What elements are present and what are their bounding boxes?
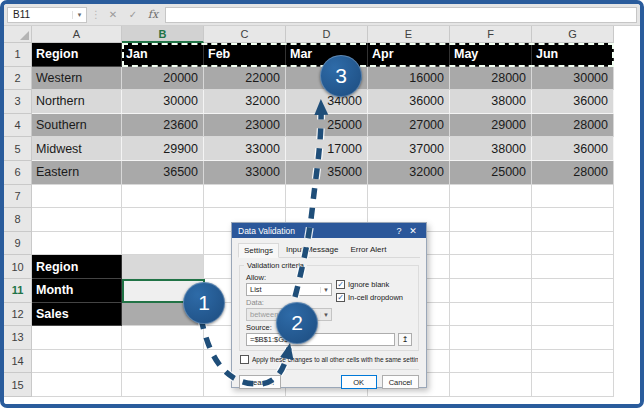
cell-B1[interactable]: Jan [122,43,204,67]
row-header-12[interactable]: 12 [4,303,32,327]
row-header-5[interactable]: 5 [4,137,32,161]
cell-G14[interactable] [532,350,614,374]
cell-G2[interactable]: 30000 [532,67,614,91]
select-all-button[interactable] [4,26,32,43]
row-header-10[interactable]: 10 [4,255,32,279]
cell-F11[interactable] [450,279,532,303]
cell-G15[interactable] [532,373,614,397]
source-input[interactable]: =$B$1:$G$1 [246,333,395,346]
ok-button[interactable]: OK [341,375,377,389]
cell-G10[interactable] [532,255,614,279]
cell-E4[interactable]: 27000 [368,114,450,138]
cell-B7[interactable] [122,185,204,209]
cell-C7[interactable] [204,185,286,209]
name-box-dropdown-icon[interactable]: ▾ [72,11,86,19]
col-header-E[interactable]: E [368,26,450,43]
cell-A11[interactable]: Month [32,279,122,303]
cell-G5[interactable]: 36000 [532,137,614,161]
row-header-14[interactable]: 14 [4,350,32,374]
tab-settings[interactable]: Settings [238,243,279,258]
cell-F7[interactable] [450,185,532,209]
row-header-1[interactable]: 1 [4,43,32,67]
cell-F1[interactable]: May [450,43,532,67]
cell-G3[interactable]: 36000 [532,90,614,114]
cell-B13[interactable] [122,326,204,350]
row-header-8[interactable]: 8 [4,208,32,232]
cell-G13[interactable] [532,326,614,350]
dialog-titlebar[interactable]: Data Validation ? ✕ [232,223,426,238]
cell-E1[interactable]: Apr [368,43,450,67]
col-header-G[interactable]: G [532,26,614,43]
cell-A2[interactable]: Western [32,67,122,91]
cell-C3[interactable]: 32000 [204,90,286,114]
cell-F8[interactable] [450,208,532,232]
cell-A3[interactable]: Northern [32,90,122,114]
tab-input-message[interactable]: Input Message [281,243,343,257]
cell-G1[interactable]: Jun [532,43,614,67]
cell-A7[interactable] [32,185,122,209]
cell-F3[interactable]: 38000 [450,90,532,114]
cell-B4[interactable]: 23600 [122,114,204,138]
cell-G6[interactable]: 28000 [532,161,614,185]
cell-D6[interactable]: 35000 [286,161,368,185]
cell-B9[interactable] [122,232,204,256]
help-icon[interactable]: ? [392,226,406,236]
cell-B8[interactable] [122,208,204,232]
tab-error-alert[interactable]: Error Alert [345,243,391,257]
cell-E5[interactable]: 37000 [368,137,450,161]
cell-F10[interactable] [450,255,532,279]
cell-B14[interactable] [122,350,204,374]
collapse-dialog-icon[interactable]: ↥ [398,333,412,346]
cell-C2[interactable]: 22000 [204,67,286,91]
row-header-7[interactable]: 7 [4,185,32,209]
checkbox-unchecked-icon[interactable] [240,355,249,364]
cell-A13[interactable] [32,326,122,350]
row-header-11[interactable]: 11 [4,279,32,303]
cell-B5[interactable]: 29900 [122,137,204,161]
row-header-3[interactable]: 3 [4,90,32,114]
cell-B15[interactable] [122,373,204,397]
cell-A5[interactable]: Midwest [32,137,122,161]
cell-G12[interactable] [532,303,614,327]
checkbox-checked-icon[interactable]: ✓ [336,293,345,302]
col-header-C[interactable]: C [204,26,286,43]
enter-icon[interactable]: ✓ [125,9,141,20]
ignore-blank-checkbox[interactable]: ✓ Ignore blank [336,280,403,289]
cell-E6[interactable]: 32000 [368,161,450,185]
cancel-icon[interactable]: ✕ [105,9,121,20]
cell-F13[interactable] [450,326,532,350]
name-box[interactable]: B11 ▾ [7,7,87,23]
cell-A9[interactable] [32,232,122,256]
cell-A10[interactable]: Region [32,255,122,279]
cell-F14[interactable] [450,350,532,374]
cell-G7[interactable] [532,185,614,209]
cell-B6[interactable]: 36500 [122,161,204,185]
cell-C6[interactable]: 33000 [204,161,286,185]
row-header-6[interactable]: 6 [4,161,32,185]
cell-A14[interactable] [32,350,122,374]
cell-D7[interactable] [286,185,368,209]
cell-E2[interactable]: 16000 [368,67,450,91]
formula-bar[interactable] [165,7,637,23]
cell-A4[interactable]: Southern [32,114,122,138]
row-header-15[interactable]: 15 [4,373,32,397]
cell-E3[interactable]: 36000 [368,90,450,114]
cell-G9[interactable] [532,232,614,256]
cell-A6[interactable]: Eastern [32,161,122,185]
insert-function-icon[interactable]: fx [145,8,161,21]
close-icon[interactable]: ✕ [406,226,420,236]
cell-A8[interactable] [32,208,122,232]
cell-F6[interactable]: 25000 [450,161,532,185]
cell-C1[interactable]: Feb [204,43,286,67]
row-header-2[interactable]: 2 [4,67,32,91]
cell-F5[interactable]: 38000 [450,137,532,161]
cell-F2[interactable]: 28000 [450,67,532,91]
cell-G4[interactable]: 28000 [532,114,614,138]
cell-G11[interactable] [532,279,614,303]
cell-B3[interactable]: 30000 [122,90,204,114]
cancel-button[interactable]: Cancel [382,375,419,389]
in-cell-dropdown-checkbox[interactable]: ✓ In-cell dropdown [336,293,403,302]
cell-B2[interactable]: 20000 [122,67,204,91]
cell-A15[interactable] [32,373,122,397]
cell-A1[interactable]: Region [32,43,122,67]
